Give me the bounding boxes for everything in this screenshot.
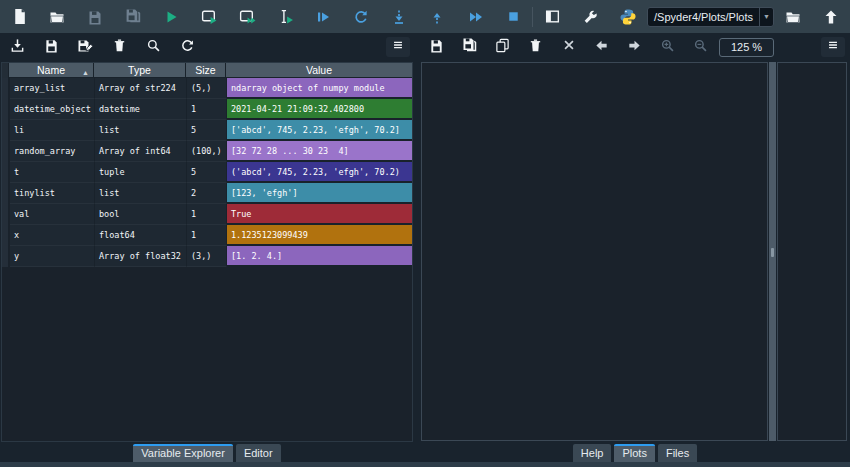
cell-value[interactable]: [32 72 28 ... 30 23 4]: [227, 141, 412, 162]
parent-directory-button[interactable]: [812, 0, 850, 33]
cell-size[interactable]: 5: [187, 120, 227, 141]
run-cell-advance-button[interactable]: [228, 0, 266, 33]
table-row[interactable]: random_arrayArray of int64(100,)[32 72 2…: [10, 141, 412, 162]
new-file-icon: [11, 8, 28, 25]
working-directory-combobox[interactable]: /Spyder4/Plots/Plots ▼: [647, 7, 774, 27]
import-data-button[interactable]: [0, 33, 34, 61]
cell-size[interactable]: 5: [187, 162, 227, 183]
cell-value[interactable]: ['abcd', 745, 2.23, 'efgh', 70.2]: [227, 120, 412, 141]
tab-files[interactable]: Files: [658, 444, 697, 462]
cell-name[interactable]: li: [10, 120, 95, 141]
remove-variables-button[interactable]: [102, 33, 136, 61]
cell-size[interactable]: (3,): [187, 246, 227, 267]
save-all-button[interactable]: [114, 0, 152, 33]
continue-button[interactable]: [456, 0, 494, 33]
column-header-value[interactable]: Value: [226, 63, 412, 78]
save-all-plots-button[interactable]: [453, 33, 486, 61]
zoom-out-button[interactable]: [684, 33, 717, 61]
table-row[interactable]: lilist5['abcd', 745, 2.23, 'efgh', 70.2]: [10, 120, 412, 141]
cell-size[interactable]: 1: [187, 204, 227, 225]
plots-splitter-handle[interactable]: [769, 62, 776, 441]
arrow-right-icon: [627, 38, 642, 57]
remove-all-plots-button[interactable]: [552, 33, 585, 61]
step-into-button[interactable]: [380, 0, 418, 33]
run-cell-button[interactable]: [190, 0, 228, 33]
zoom-in-button[interactable]: [651, 33, 684, 61]
cell-size[interactable]: 1: [187, 99, 227, 120]
cell-name[interactable]: val: [10, 204, 95, 225]
tab-help[interactable]: Help: [573, 444, 612, 462]
cell-name[interactable]: random_array: [10, 141, 95, 162]
search-button[interactable]: [136, 33, 170, 61]
variable-explorer-options-button[interactable]: [386, 37, 410, 57]
table-row[interactable]: yArray of float32(3,)[1. 2. 4.]: [10, 246, 412, 267]
cell-type[interactable]: bool: [95, 204, 187, 225]
table-row[interactable]: tinylistlist2[123, 'efgh']: [10, 183, 412, 204]
open-file-button[interactable]: [38, 0, 76, 33]
save-button[interactable]: [76, 0, 114, 33]
open-directory-button[interactable]: [774, 0, 812, 33]
cell-name[interactable]: t: [10, 162, 95, 183]
tab-editor[interactable]: Editor: [236, 444, 281, 462]
cell-type[interactable]: tuple: [95, 162, 187, 183]
cell-name[interactable]: array_list: [10, 78, 95, 99]
cell-type[interactable]: list: [95, 120, 187, 141]
remove-plot-button[interactable]: [519, 33, 552, 61]
run-selection-button[interactable]: [266, 0, 304, 33]
chevron-down-icon[interactable]: ▼: [759, 8, 773, 26]
cell-name[interactable]: tinylist: [10, 183, 95, 204]
table-row[interactable]: array_listArray of str224(5,)ndarray obj…: [10, 78, 412, 99]
cell-type[interactable]: Array of str224: [95, 78, 187, 99]
cell-size[interactable]: 2: [187, 183, 227, 204]
cell-value[interactable]: 2021-04-21 21:09:32.402800: [227, 99, 412, 120]
next-plot-button[interactable]: [618, 33, 651, 61]
tab-plots[interactable]: Plots: [614, 444, 654, 462]
cell-size[interactable]: 1: [187, 225, 227, 246]
cell-type[interactable]: datetime: [95, 99, 187, 120]
cell-name[interactable]: y: [10, 246, 95, 267]
rerun-icon: [353, 9, 369, 25]
cell-value[interactable]: True: [227, 204, 412, 225]
python-interpreter-button[interactable]: [609, 0, 647, 33]
table-row[interactable]: datetime_objectdatetime12021-04-21 21:09…: [10, 99, 412, 120]
cell-type[interactable]: list: [95, 183, 187, 204]
cell-value[interactable]: ('abcd', 745, 2.23, 'efgh', 70.2): [227, 162, 412, 183]
refresh-button[interactable]: [170, 33, 204, 61]
cell-type[interactable]: Array of int64: [95, 141, 187, 162]
cell-size[interactable]: (5,): [187, 78, 227, 99]
tab-variable-explorer[interactable]: Variable Explorer: [133, 444, 233, 462]
cell-size[interactable]: (100,): [187, 141, 227, 162]
stop-button[interactable]: [494, 0, 532, 33]
table-corner: [2, 63, 9, 78]
cell-value[interactable]: [1. 2. 4.]: [227, 246, 412, 267]
cell-value[interactable]: ndarray object of numpy module: [227, 78, 412, 99]
column-header-name[interactable]: Name▲: [9, 63, 94, 78]
run-button[interactable]: [152, 0, 190, 33]
preferences-button[interactable]: [571, 0, 609, 33]
previous-plot-button[interactable]: [585, 33, 618, 61]
maximize-pane-button[interactable]: [533, 0, 571, 33]
cell-value[interactable]: 1.1235123099439: [227, 225, 412, 246]
save-data-button[interactable]: [34, 33, 68, 61]
column-header-type[interactable]: Type: [94, 63, 186, 78]
column-header-size[interactable]: Size: [186, 63, 226, 78]
copy-icon: [495, 38, 510, 57]
cell-type[interactable]: float64: [95, 225, 187, 246]
plots-options-button[interactable]: [821, 37, 845, 57]
table-row[interactable]: xfloat6411.1235123099439: [10, 225, 412, 246]
right-pane-tabbar: Help Plots Files: [420, 443, 850, 462]
debug-file-button[interactable]: [304, 0, 342, 33]
save-plot-button[interactable]: [420, 33, 453, 61]
cell-name[interactable]: x: [10, 225, 95, 246]
new-file-button[interactable]: [0, 0, 38, 33]
step-return-button[interactable]: [418, 0, 456, 33]
cell-name[interactable]: datetime_object: [10, 99, 95, 120]
cell-value[interactable]: [123, 'efgh']: [227, 183, 412, 204]
copy-image-button[interactable]: [486, 33, 519, 61]
table-header-row: Name▲ Type Size Value: [2, 63, 412, 78]
rerun-button[interactable]: [342, 0, 380, 33]
table-row[interactable]: ttuple5('abcd', 745, 2.23, 'efgh', 70.2): [10, 162, 412, 183]
cell-type[interactable]: Array of float32: [95, 246, 187, 267]
table-row[interactable]: valbool1True: [10, 204, 412, 225]
save-data-as-button[interactable]: [68, 33, 102, 61]
